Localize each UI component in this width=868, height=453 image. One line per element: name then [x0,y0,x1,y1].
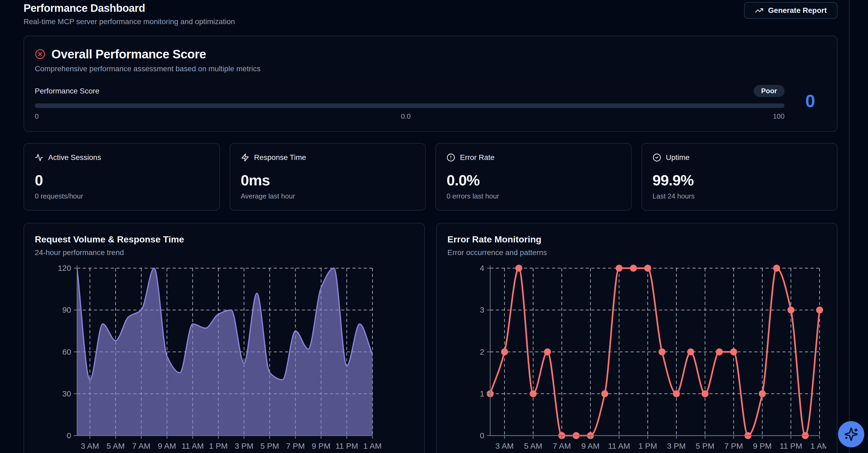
page-subtitle: Real-time MCP server performance monitor… [24,18,235,26]
chart-subtitle: 24-hour performance trend [35,248,414,257]
svg-text:60: 60 [62,347,71,356]
svg-text:3 PM: 3 PM [667,442,686,450]
metric-subtitle: Last 24 hours [653,192,827,200]
overall-score-card: Overall Performance Score Comprehensive … [24,36,837,132]
svg-text:1: 1 [480,389,484,398]
svg-text:5 PM: 5 PM [260,442,279,450]
sparkles-icon [844,427,858,442]
svg-text:7 PM: 7 PM [724,442,743,450]
error-rate-chart: 012343 AM5 AM7 AM9 AM11 AM1 PM3 PM5 PM7 … [447,263,826,453]
metric-subtitle: Average last hour [241,192,415,200]
svg-text:120: 120 [58,263,71,273]
page-header-text: Performance Dashboard Real-time MCP serv… [24,2,235,26]
svg-text:7 PM: 7 PM [286,442,305,450]
chart-title: Request Volume & Response Time [35,234,414,245]
trending-up-icon [755,6,764,15]
metric-value: 99.9% [653,171,827,189]
check-circle-icon [653,153,661,162]
score-current-label: 0.0 [401,112,410,120]
overall-score-subtitle: Comprehensive performance assessment bas… [35,64,826,73]
error-monitoring-card: Error Rate Monitoring Error occurrence a… [436,223,837,453]
svg-text:3 AM: 3 AM [81,442,99,450]
svg-text:5 PM: 5 PM [696,442,714,450]
svg-text:9 AM: 9 AM [581,442,599,450]
svg-text:3 AM: 3 AM [495,442,514,450]
chart-subtitle: Error occurrence and patterns [447,248,826,257]
svg-text:1 AM: 1 AM [363,442,381,450]
metrics-row: Active Sessions 0 0 requests/hour Respon… [24,143,837,210]
svg-text:11 AM: 11 AM [608,442,630,450]
score-max-label: 100 [773,112,784,120]
metric-value: 0ms [241,171,415,189]
generate-report-label: Generate Report [768,6,827,15]
score-min-label: 0 [35,112,38,120]
ai-assistant-fab[interactable] [838,421,864,447]
svg-text:0: 0 [67,431,71,440]
activity-icon [35,153,43,162]
svg-text:90: 90 [62,305,71,314]
svg-text:11 AM: 11 AM [182,442,204,450]
metric-title: Response Time [254,153,306,162]
svg-text:2: 2 [480,347,484,356]
score-progress-track [35,104,784,108]
svg-text:30: 30 [62,389,71,398]
error-rate-card: Error Rate 0.0% 0 errors last hour [435,143,632,210]
x-circle-icon [35,49,45,59]
performance-score-label: Performance Score [35,87,99,95]
svg-text:5 AM: 5 AM [106,442,125,450]
svg-text:1 PM: 1 PM [209,442,228,450]
svg-text:7 AM: 7 AM [553,442,571,450]
zap-icon [241,153,249,162]
svg-text:3: 3 [480,305,484,314]
response-time-card: Response Time 0ms Average last hour [229,143,426,210]
page-header: Performance Dashboard Real-time MCP serv… [24,2,837,26]
svg-text:0: 0 [480,431,484,440]
request-volume-card: Request Volume & Response Time 24-hour p… [24,223,425,453]
metric-subtitle: 0 requests/hour [35,192,209,200]
generate-report-button[interactable]: Generate Report [744,2,837,19]
svg-text:3 PM: 3 PM [235,442,253,450]
metric-title: Uptime [666,153,690,162]
performance-status-badge: Poor [754,85,784,97]
overall-score-value: 0 [794,83,826,111]
chart-title: Error Rate Monitoring [447,234,826,245]
svg-text:9 AM: 9 AM [158,442,176,450]
svg-text:4: 4 [480,263,484,273]
svg-text:9 PM: 9 PM [753,442,772,450]
metric-subtitle: 0 errors last hour [446,192,620,200]
svg-text:7 AM: 7 AM [132,442,150,450]
metric-title: Error Rate [460,153,494,162]
charts-row: Request Volume & Response Time 24-hour p… [24,223,837,453]
svg-text:1 AM: 1 AM [810,442,826,450]
svg-text:11 PM: 11 PM [780,442,802,450]
metric-value: 0.0% [446,171,620,189]
scrollbar-divider [849,0,849,453]
svg-text:5 AM: 5 AM [524,442,542,450]
main-content: Performance Dashboard Real-time MCP serv… [24,0,837,453]
metric-title: Active Sessions [48,153,101,162]
alert-circle-icon [446,153,455,162]
overall-score-title: Overall Performance Score [51,47,206,61]
page-title: Performance Dashboard [24,2,235,14]
metric-value: 0 [35,171,209,189]
svg-text:11 PM: 11 PM [336,442,358,450]
uptime-card: Uptime 99.9% Last 24 hours [641,143,838,210]
svg-text:1 PM: 1 PM [639,442,657,450]
active-sessions-card: Active Sessions 0 0 requests/hour [24,143,220,210]
request-volume-chart: 03060901203 AM5 AM7 AM9 AM11 AM1 PM3 PM5… [35,263,414,453]
svg-text:9 PM: 9 PM [312,442,331,450]
